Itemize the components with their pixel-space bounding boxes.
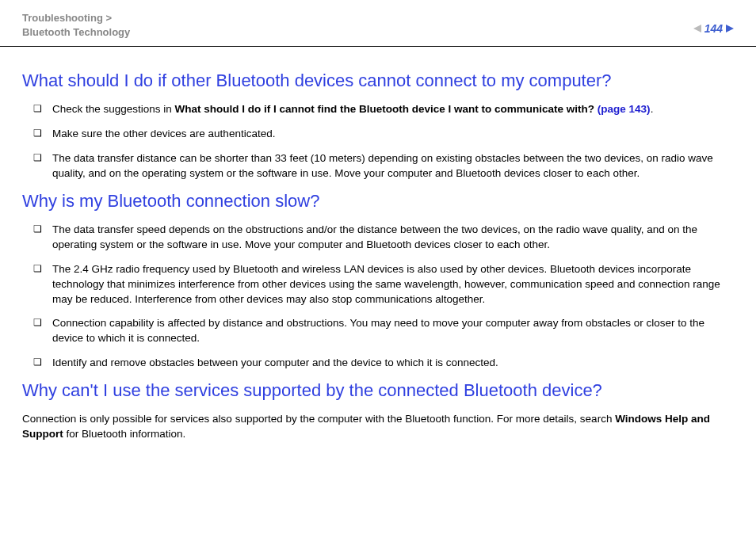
breadcrumb: Troubleshooting > Bluetooth Technology [22,11,130,40]
prev-page-arrow-icon[interactable] [693,25,701,32]
paragraph: Connection is only possible for services… [22,412,734,442]
text: . [651,103,654,115]
list-item: The data transfer distance can be shorte… [22,151,734,181]
list-item: Connection capability is affected by dis… [22,316,734,346]
page-link[interactable]: (page 143) [598,103,651,115]
section-heading-1: What should I do if other Bluetooth devi… [22,71,734,91]
text: Connection is only possible for services… [22,413,615,425]
bullet-list-2: The data transfer speed depends on the o… [22,223,734,371]
list-item: The 2.4 GHz radio frequency used by Blue… [22,262,734,307]
bold-text: What should I do if I cannot find the Bl… [175,103,598,115]
list-item: The data transfer speed depends on the o… [22,223,734,253]
bullet-list-1: Check the suggestions in What should I d… [22,102,734,181]
page-header: Troubleshooting > Bluetooth Technology 1… [0,0,756,47]
breadcrumb-line1: Troubleshooting > [22,12,112,24]
text: Check the suggestions in [52,103,175,115]
section-heading-2: Why is my Bluetooth connection slow? [22,191,734,212]
page-number: 144 [704,22,723,35]
next-page-arrow-icon[interactable] [726,25,734,32]
list-item: Make sure the other devices are authenti… [22,127,734,142]
text: for Bluetooth information. [63,428,186,440]
section-heading-3: Why can't I use the services supported b… [22,380,734,401]
list-item: Identify and remove obstacles between yo… [22,356,734,371]
list-item: Check the suggestions in What should I d… [22,102,734,117]
breadcrumb-line2: Bluetooth Technology [22,26,130,38]
page-navigation: 144 [693,11,734,35]
page-content: What should I do if other Bluetooth devi… [0,47,756,467]
